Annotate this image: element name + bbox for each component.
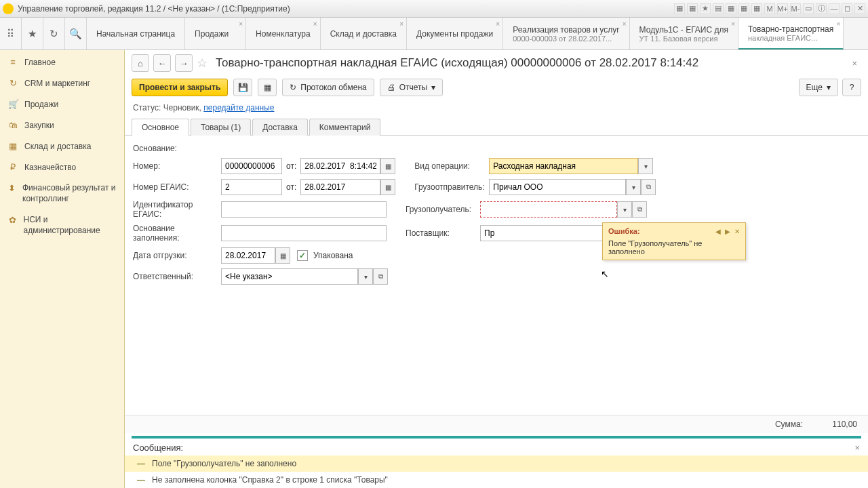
close-icon[interactable]: ×	[399, 20, 403, 28]
dropdown-icon[interactable]: ▾	[626, 179, 641, 195]
number-input[interactable]	[221, 158, 282, 174]
crm-icon: ↻	[8, 78, 18, 88]
sidebar-item-main[interactable]: ≡Главное	[0, 52, 124, 73]
calendar-icon[interactable]: ▦	[380, 179, 395, 195]
save-button[interactable]: 💾	[233, 79, 252, 96]
sidebar-item-admin[interactable]: ✿НСИ и администрирование	[0, 209, 124, 241]
search-icon[interactable]: 🔍	[65, 18, 87, 49]
reports-button[interactable]: 🖨 Отчеты ▾	[380, 79, 443, 96]
window-titlebar: Управление торговлей, редакция 11.2 / <Н…	[0, 0, 868, 18]
back-button[interactable]: ←	[153, 54, 171, 72]
ship-date-input[interactable]	[221, 247, 275, 264]
fill-basis-input[interactable]	[221, 225, 387, 241]
datetime-input[interactable]	[300, 158, 380, 174]
dropdown-icon[interactable]: ▾	[638, 158, 653, 174]
close-icon[interactable]: ×	[731, 20, 735, 28]
egais-id-input[interactable]	[221, 201, 387, 218]
tb-icon[interactable]: M-	[790, 3, 801, 14]
dropdown-icon[interactable]: ▾	[617, 201, 632, 218]
tab-delivery[interactable]: Доставка	[252, 119, 308, 136]
open-icon[interactable]: ⧉	[641, 179, 656, 195]
tab-sales-docs[interactable]: Документы продажи×	[407, 18, 503, 49]
ship-date-label: Дата отгрузки:	[133, 251, 221, 260]
favorite-icon[interactable]: ☆	[197, 56, 208, 70]
more-button[interactable]: Еще ▾	[799, 79, 838, 96]
sidebar-item-purchase[interactable]: 🛍Закупки	[0, 115, 124, 136]
content: ⌂ ← → ☆ Товарно-транспортная накладная Е…	[125, 50, 868, 488]
calendar-icon[interactable]: ▦	[275, 247, 290, 264]
apps-icon[interactable]: ⠿	[0, 18, 22, 49]
help-button[interactable]: ?	[842, 79, 861, 96]
help-icon[interactable]: ⓘ	[816, 3, 827, 14]
sidebar-item-warehouse[interactable]: ▦Склад и доставка	[0, 136, 124, 157]
minimize-icon[interactable]: —	[829, 3, 840, 14]
home-button[interactable]: ⌂	[132, 54, 149, 72]
maximize-icon[interactable]: ◻	[842, 3, 852, 14]
calendar-icon[interactable]: ▦	[380, 158, 395, 174]
tab-main[interactable]: Основное	[132, 119, 189, 136]
close-document-icon[interactable]: ×	[848, 58, 861, 68]
shipper-label: Грузоотправитель:	[414, 182, 489, 192]
tab-sales[interactable]: Продажи×	[185, 18, 246, 49]
packed-checkbox[interactable]: ✓	[297, 250, 308, 261]
tab-comment[interactable]: Комментарий	[309, 119, 381, 136]
fill-basis-label: Основание заполнения:	[133, 224, 221, 243]
next-icon[interactable]: ▶	[725, 228, 730, 235]
message-row[interactable]: —Поле "Грузополучатель" не заполнено	[125, 455, 868, 472]
top-tabbar: ⠿ ★ ↻ 🔍 Начальная страница Продажи× Номе…	[0, 18, 868, 50]
close-icon[interactable]: ×	[623, 20, 627, 28]
egais-num-input[interactable]	[221, 179, 282, 195]
purchase-icon: 🛍	[8, 120, 18, 130]
shipper-input[interactable]	[489, 179, 626, 195]
prev-icon[interactable]: ◀	[715, 228, 721, 235]
egais-date-input[interactable]	[300, 179, 380, 195]
tb-icon[interactable]: ▦	[738, 3, 749, 14]
sidebar-item-finance[interactable]: ⬍Финансовый результат и контроллинг	[0, 178, 124, 209]
submit-button[interactable]: Провести и закрыть	[132, 79, 228, 96]
consignee-input[interactable]	[480, 201, 617, 218]
tb-icon[interactable]: ▤	[713, 3, 724, 14]
close-messages-icon[interactable]: ×	[854, 443, 860, 453]
star-icon[interactable]: ★	[22, 18, 43, 49]
history-icon[interactable]: ↻	[43, 18, 65, 49]
tab-items[interactable]: Номенклатура×	[246, 18, 321, 49]
responsible-label: Ответственный:	[133, 272, 221, 281]
close-icon[interactable]: ×	[496, 20, 500, 28]
tab-goods[interactable]: Товары (1)	[191, 119, 251, 136]
tb-icon[interactable]: ▦	[674, 3, 685, 14]
tb-icon[interactable]: ▭	[803, 3, 814, 14]
tb-icon[interactable]: M	[764, 3, 775, 14]
close-icon[interactable]: ×	[239, 20, 243, 28]
close-icon[interactable]: ×	[836, 20, 840, 28]
forward-button[interactable]: →	[175, 54, 193, 72]
tb-icon[interactable]: ▦	[687, 3, 698, 14]
sidebar-item-crm[interactable]: ↻CRM и маркетинг	[0, 73, 124, 94]
form-tabs: Основное Товары (1) Доставка Комментарий	[125, 118, 868, 136]
open-icon[interactable]: ⧉	[373, 268, 388, 285]
tab-ttn[interactable]: Товарно-транспортнаянакладная ЕГАИС...×	[738, 18, 844, 49]
close-icon[interactable]: ×	[313, 20, 317, 28]
tab-warehouse[interactable]: Склад и доставка×	[321, 18, 407, 49]
tb-icon[interactable]: ▦	[751, 3, 762, 14]
tab-home[interactable]: Начальная страница	[87, 18, 185, 49]
tb-icon[interactable]: ▦	[726, 3, 736, 14]
dropdown-icon[interactable]: ▾	[358, 268, 373, 285]
egais-num-label: Номер ЕГАИС:	[133, 182, 221, 192]
close-icon[interactable]: ✕	[854, 3, 865, 14]
sidebar-item-treasury[interactable]: ₽Казначейство	[0, 157, 124, 178]
supplier-input[interactable]	[480, 225, 617, 241]
close-icon[interactable]: ✕	[734, 228, 740, 235]
tab-module[interactable]: Модуль1С - ЕГАИС дляУТ 11. Базовая верси…	[630, 18, 738, 49]
operation-select[interactable]	[489, 158, 638, 174]
post-button[interactable]: ▦	[258, 79, 277, 96]
sidebar-item-sales[interactable]: 🛒Продажи	[0, 94, 124, 115]
status-line: Статус: Черновик, передайте данные	[125, 103, 868, 118]
tab-realization[interactable]: Реализация товаров и услуг0000-000003 от…	[503, 18, 629, 49]
responsible-input[interactable]	[221, 268, 358, 285]
status-link[interactable]: передайте данные	[203, 103, 274, 113]
tb-icon[interactable]: ★	[700, 3, 711, 14]
open-icon[interactable]: ⧉	[632, 201, 647, 218]
tb-icon[interactable]: M+	[777, 3, 788, 14]
protocol-button[interactable]: ↻ Протокол обмена	[282, 79, 374, 96]
message-row[interactable]: —Не заполнена колонка "Справка 2" в стро…	[125, 472, 868, 488]
